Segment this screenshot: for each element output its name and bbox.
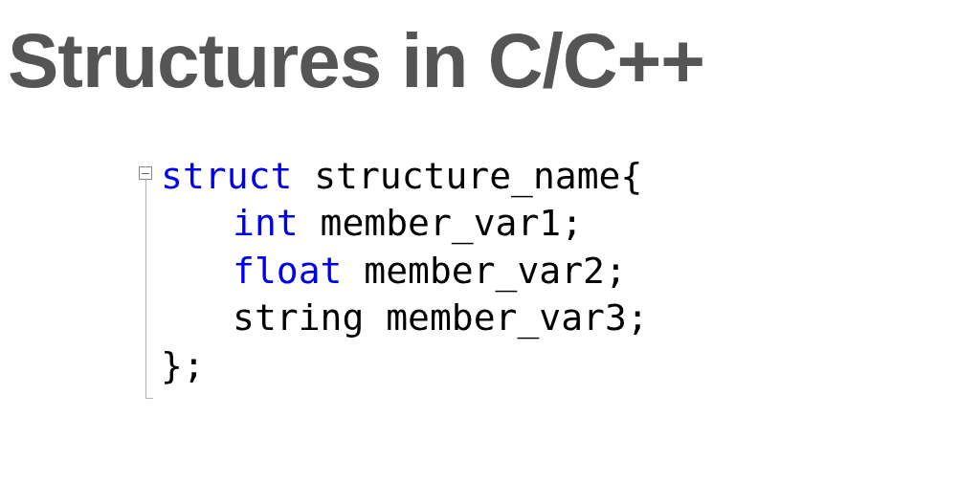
fold-gutter (136, 153, 155, 389)
fold-toggle[interactable] (139, 166, 152, 180)
keyword-float: float (233, 250, 342, 292)
keyword-int: int (233, 202, 299, 244)
code-block: struct structure_name{ int member_var1; … (161, 153, 649, 389)
fold-end (145, 398, 153, 399)
minus-icon (142, 173, 149, 174)
code-line-2: int member_var1; (161, 200, 649, 247)
fold-line (145, 180, 146, 398)
keyword-struct: struct (161, 155, 292, 197)
code-text: structure_name{ (292, 155, 642, 197)
code-text: member_var1; (299, 202, 583, 244)
code-line-3: float member_var2; (161, 248, 649, 295)
code-line-5: }; (161, 342, 649, 389)
code-text: }; (161, 344, 205, 386)
code-line-4: string member_var3; (161, 295, 649, 341)
code-text: string member_var3; (233, 296, 649, 339)
page-title: Structures in C/C++ (8, 17, 704, 105)
code-line-1: struct structure_name{ (161, 153, 649, 200)
code-text: member_var2; (342, 250, 626, 292)
